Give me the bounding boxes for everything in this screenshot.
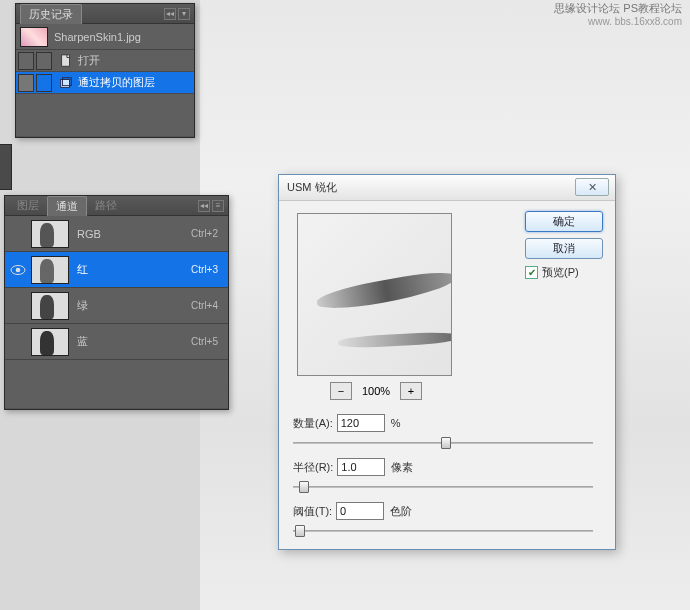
minus-icon: − — [338, 385, 344, 397]
channel-row-blue[interactable]: 蓝 Ctrl+5 — [5, 324, 228, 360]
panel-menu-icon[interactable]: ▾ — [178, 8, 190, 20]
collapsed-dock-tab[interactable] — [0, 144, 12, 190]
preview-checkbox[interactable]: ✔ — [525, 266, 538, 279]
radius-slider[interactable] — [293, 480, 593, 494]
radius-input[interactable] — [337, 458, 385, 476]
channel-name: 绿 — [77, 298, 191, 313]
layer-icon — [58, 75, 74, 91]
dialog-titlebar[interactable]: USM 锐化 — [279, 175, 615, 201]
tab-channels[interactable]: 通道 — [47, 196, 87, 216]
history-panel-header[interactable]: 历史记录 ◂◂ ▾ — [16, 4, 194, 24]
amount-unit: % — [391, 417, 401, 429]
svg-point-4 — [16, 267, 21, 272]
eye-icon — [10, 264, 26, 276]
dialog-close-button[interactable]: ✕ — [575, 178, 609, 196]
document-icon — [58, 53, 74, 69]
channels-panel: 图层 通道 路径 ◂◂ ≡ RGB Ctrl+2 红 Ctrl+3 绿 Ctrl… — [4, 195, 229, 410]
visibility-toggle[interactable] — [9, 225, 27, 243]
filter-preview[interactable] — [297, 213, 452, 376]
snapshot-thumb — [20, 27, 48, 47]
channels-panel-header[interactable]: 图层 通道 路径 ◂◂ ≡ — [5, 196, 228, 216]
tab-paths[interactable]: 路径 — [87, 196, 125, 215]
radius-label: 半径(R): — [293, 460, 333, 475]
zoom-in-button[interactable]: + — [400, 382, 422, 400]
zoom-level: 100% — [362, 385, 390, 397]
ok-button[interactable]: 确定 — [525, 211, 603, 232]
visibility-toggle[interactable] — [9, 297, 27, 315]
history-item-label: 打开 — [78, 53, 100, 68]
panel-menu-icon[interactable]: ≡ — [212, 200, 224, 212]
preview-checkbox-label: 预览(P) — [542, 265, 579, 280]
zoom-out-button[interactable]: − — [330, 382, 352, 400]
channel-thumb — [31, 292, 69, 320]
usm-sharpen-dialog: USM 锐化 ✕ − 100% + 数量(A): % 半径(R): 像素 — [278, 174, 616, 550]
radius-unit: 像素 — [391, 460, 413, 475]
visibility-toggle[interactable] — [9, 261, 27, 279]
threshold-slider[interactable] — [293, 524, 593, 538]
history-tab[interactable]: 历史记录 — [20, 4, 82, 24]
close-icon: ✕ — [588, 181, 597, 194]
threshold-unit: 色阶 — [390, 504, 412, 519]
history-panel: 历史记录 ◂◂ ▾ SharpenSkin1.jpg 打开 通过拷贝的图层 — [15, 3, 195, 138]
plus-icon: + — [408, 385, 414, 397]
channel-shortcut: Ctrl+5 — [191, 336, 218, 347]
channel-thumb — [31, 220, 69, 248]
panel-collapse-icon[interactable]: ◂◂ — [164, 8, 176, 20]
history-item-label: 通过拷贝的图层 — [78, 75, 155, 90]
tab-layers[interactable]: 图层 — [9, 196, 47, 215]
channel-thumb — [31, 256, 69, 284]
svg-rect-0 — [62, 54, 70, 65]
channel-shortcut: Ctrl+3 — [191, 264, 218, 275]
amount-input[interactable] — [337, 414, 385, 432]
dialog-title: USM 锐化 — [287, 180, 337, 195]
threshold-input[interactable] — [336, 502, 384, 520]
channel-row-red[interactable]: 红 Ctrl+3 — [5, 252, 228, 288]
channel-shortcut: Ctrl+2 — [191, 228, 218, 239]
panel-collapse-icon[interactable]: ◂◂ — [198, 200, 210, 212]
snapshot-filename: SharpenSkin1.jpg — [54, 31, 141, 43]
cancel-button[interactable]: 取消 — [525, 238, 603, 259]
threshold-label: 阈值(T): — [293, 504, 332, 519]
channel-shortcut: Ctrl+4 — [191, 300, 218, 311]
channel-row-green[interactable]: 绿 Ctrl+4 — [5, 288, 228, 324]
amount-label: 数量(A): — [293, 416, 333, 431]
watermark: 思缘设计论坛 PS教程论坛www. bbs.16xx8.com — [554, 2, 682, 28]
channel-thumb — [31, 328, 69, 356]
channel-name: 红 — [77, 262, 191, 277]
history-item-open[interactable]: 打开 — [16, 50, 194, 72]
channel-name: RGB — [77, 228, 191, 240]
channel-name: 蓝 — [77, 334, 191, 349]
amount-slider[interactable] — [293, 436, 593, 450]
history-item-copy-layer[interactable]: 通过拷贝的图层 — [16, 72, 194, 94]
visibility-toggle[interactable] — [9, 333, 27, 351]
history-snapshot-row[interactable]: SharpenSkin1.jpg — [16, 24, 194, 50]
channel-row-rgb[interactable]: RGB Ctrl+2 — [5, 216, 228, 252]
